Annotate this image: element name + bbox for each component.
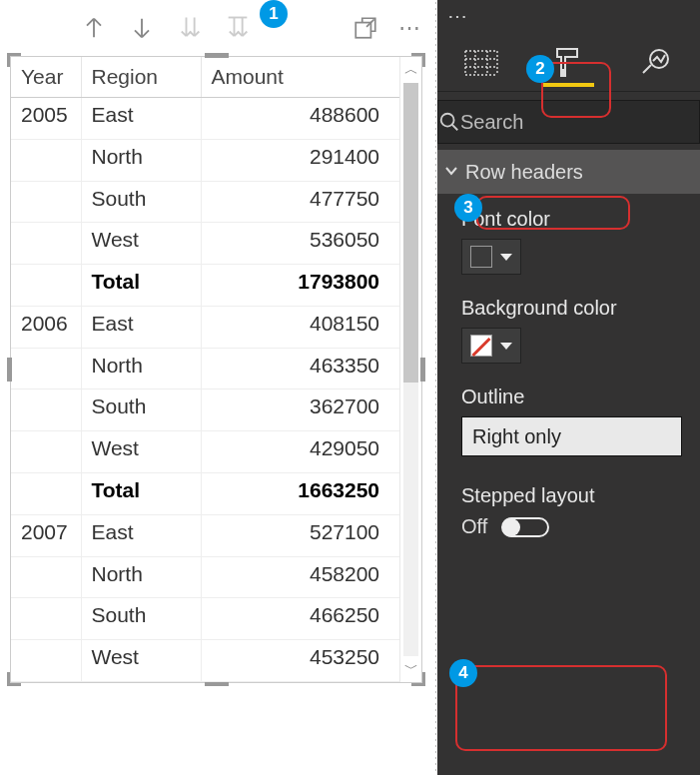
visual-canvas: ⋯ Year Region Amount 2005East488600North… (0, 0, 432, 775)
cell-region: East (81, 306, 201, 348)
cell-amount: 408150 (201, 306, 399, 348)
cell-region: North (81, 139, 201, 181)
background-color-label: Background color (461, 297, 682, 320)
cell-amount: 466250 (201, 598, 399, 640)
drill-toolbar: ⋯ (0, 0, 432, 56)
table-row[interactable]: 2006East408150 (11, 306, 399, 348)
outline-dropdown[interactable]: Right only (461, 416, 682, 456)
format-search[interactable] (437, 100, 700, 144)
expand-next-level-icon[interactable] (224, 14, 252, 42)
table-row[interactable]: South477750 (11, 181, 399, 223)
drill-all-down-icon[interactable] (176, 14, 204, 42)
cell-region: West (81, 431, 201, 473)
cell-year (11, 389, 81, 431)
cell-year (11, 223, 81, 265)
format-tabbar (437, 32, 700, 92)
section-row-headers[interactable]: Row headers (437, 150, 700, 194)
col-header-region[interactable]: Region (81, 57, 201, 98)
cell-year (11, 473, 81, 515)
stepped-layout-state: Off (461, 515, 487, 538)
table-row[interactable]: West536050 (11, 223, 399, 265)
cell-region: South (81, 598, 201, 640)
font-color-picker[interactable] (461, 239, 521, 275)
pane-more-icon[interactable]: ⋯ (437, 0, 700, 32)
table-row[interactable]: South362700 (11, 389, 399, 431)
col-header-amount[interactable]: Amount (201, 57, 399, 98)
cell-region: West (81, 640, 201, 682)
callout-2: 2 (526, 55, 554, 83)
outline-label: Outline (461, 386, 682, 408)
col-header-year[interactable]: Year (11, 57, 81, 98)
cell-amount: 463350 (201, 348, 399, 389)
data-table: Year Region Amount 2005East488600North29… (11, 57, 399, 682)
cell-region: South (81, 389, 201, 431)
chevron-down-icon (500, 343, 512, 350)
tab-analytics[interactable] (626, 38, 686, 86)
stepped-layout-label: Stepped layout (461, 484, 682, 507)
cell-region: North (81, 348, 201, 389)
cell-amount: 536050 (201, 223, 399, 265)
search-input[interactable] (460, 111, 700, 134)
cell-year: 2007 (11, 514, 81, 556)
cell-year (11, 139, 81, 181)
background-color-picker[interactable] (461, 328, 521, 364)
cell-amount: 453250 (201, 640, 399, 682)
callout-3: 3 (454, 194, 482, 222)
section-title: Row headers (465, 161, 583, 184)
stepped-layout-toggle[interactable] (501, 517, 549, 537)
cell-amount: 362700 (201, 389, 399, 431)
cell-year (11, 598, 81, 640)
scroll-down-icon[interactable]: ﹀ (400, 658, 422, 680)
cell-year: 2006 (11, 306, 81, 348)
outline-value: Right only (472, 425, 561, 448)
more-options-icon[interactable]: ⋯ (398, 15, 422, 41)
search-icon (438, 111, 460, 133)
chevron-down-icon (443, 161, 459, 184)
callout-1: 1 (260, 0, 288, 28)
cell-region: East (81, 98, 201, 140)
cell-region: North (81, 556, 201, 598)
table-row[interactable]: North463350 (11, 348, 399, 389)
background-color-swatch (470, 335, 492, 357)
vertical-scrollbar[interactable]: ︿ ﹀ (399, 57, 421, 682)
cell-region: West (81, 223, 201, 265)
scroll-thumb[interactable] (403, 83, 418, 383)
drill-down-icon[interactable] (128, 14, 156, 42)
table-row[interactable]: South466250 (11, 598, 399, 640)
font-color-swatch (470, 246, 492, 268)
table-row[interactable]: West453250 (11, 640, 399, 682)
table-row[interactable]: West429050 (11, 431, 399, 473)
cell-amount: 1793800 (201, 265, 399, 307)
table-row[interactable]: 2005East488600 (11, 98, 399, 140)
cell-year (11, 640, 81, 682)
cell-year (11, 265, 81, 307)
drill-up-icon[interactable] (80, 14, 108, 42)
table-row[interactable]: North458200 (11, 556, 399, 598)
cell-year (11, 181, 81, 223)
svg-rect-9 (560, 69, 566, 77)
cell-amount: 488600 (201, 98, 399, 140)
table-row[interactable]: North291400 (11, 139, 399, 181)
cell-year: 2005 (11, 98, 81, 140)
matrix-visual[interactable]: Year Region Amount 2005East488600North29… (10, 56, 422, 683)
cell-region: East (81, 514, 201, 556)
tab-fields[interactable] (451, 38, 511, 86)
cell-amount: 527100 (201, 514, 399, 556)
table-row[interactable]: Total1663250 (11, 473, 399, 515)
font-color-label: Font color (461, 208, 682, 231)
focus-mode-icon[interactable] (352, 15, 378, 41)
cell-region: South (81, 181, 201, 223)
table-row[interactable]: Total1793800 (11, 265, 399, 307)
table-row[interactable]: 2007East527100 (11, 514, 399, 556)
svg-point-11 (441, 114, 454, 127)
cell-region: Total (81, 265, 201, 307)
cell-amount: 477750 (201, 181, 399, 223)
scroll-up-icon[interactable]: ︿ (400, 59, 422, 81)
cell-amount: 429050 (201, 431, 399, 473)
cell-amount: 458200 (201, 556, 399, 598)
format-pane: ⋯ (437, 0, 700, 775)
cell-year (11, 348, 81, 389)
cell-amount: 1663250 (201, 473, 399, 515)
chevron-down-icon (500, 254, 512, 261)
cell-amount: 291400 (201, 139, 399, 181)
